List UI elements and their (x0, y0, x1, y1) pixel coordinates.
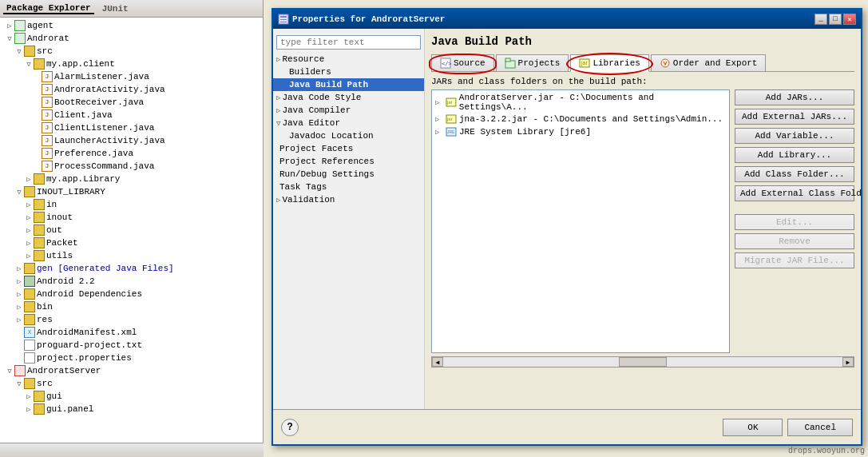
jar-item-jre[interactable]: ▷ JRE JRE System Library [jre6] (434, 125, 727, 138)
help-button[interactable]: ? (281, 419, 299, 436)
dialog-main: Java Build Path </> Source (425, 29, 861, 409)
scroll-track[interactable] (443, 357, 842, 367)
watermark: drops.wooyun.org (788, 447, 865, 455)
add-library-button[interactable]: Add Library... (735, 147, 854, 163)
tree-item-alarmlistener[interactable]: J AlarmListener.java (2, 70, 261, 83)
add-external-class-folder-button[interactable]: Add External Class Folder... (735, 185, 854, 201)
dialog-content: ▷Resource Builders Java Build Path ▷Java… (273, 29, 861, 409)
nav-item-java-build-path[interactable]: Java Build Path (273, 78, 424, 91)
tree-item-agent[interactable]: ▷ agent (2, 19, 261, 32)
tree-item-myappclient[interactable]: ▽ my.app.client (2, 58, 261, 70)
tab-package-explorer[interactable]: Package Explorer (3, 3, 94, 14)
tree-item-inout-library[interactable]: ▽ INOUT_LIBRARY (2, 185, 261, 198)
nav-item-java-compiler[interactable]: ▷Java Compiler (273, 104, 424, 117)
tree-item-androratserver[interactable]: ▽ AndroratServer (2, 364, 261, 377)
tree-item-in[interactable]: ▷ in (2, 198, 261, 211)
tree-item-androratactivity[interactable]: J AndroratActivity.java (2, 83, 261, 96)
scroll-right-button[interactable]: ▶ (842, 357, 854, 367)
remove-button[interactable]: Remove (735, 233, 854, 249)
svg-rect-2 (280, 19, 287, 20)
tree-item-gen[interactable]: ▷ gen [Generated Java Files] (2, 262, 261, 275)
jar-item-androratserver[interactable]: ▷ jar AndroratServer.jar - C:\Documents … (434, 92, 727, 113)
dialog-window-controls: _ □ ✕ (814, 14, 856, 25)
panel-header: Package Explorer JUnit (0, 0, 263, 18)
nav-filter-input[interactable] (276, 35, 421, 50)
add-class-folder-button[interactable]: Add Class Folder... (735, 166, 854, 182)
tree-item-androrat[interactable]: ▽ Androrat (2, 32, 261, 45)
nav-item-javadoc-location[interactable]: Javadoc Location (273, 129, 424, 142)
svg-rect-7 (505, 58, 510, 62)
jars-description: JARs and class folders on the build path… (431, 77, 854, 86)
dialog-title: Properties for AndroratServer (278, 14, 445, 25)
tree-item-launcheractivity[interactable]: J LauncherActivity.java (2, 134, 261, 147)
tree-item-client[interactable]: J Client.java (2, 109, 261, 121)
tab-libraries-label: Libraries (593, 58, 640, 68)
maximize-button[interactable]: □ (829, 14, 842, 25)
svg-rect-3 (280, 22, 287, 22)
tree-item-preference[interactable]: J Preference.java (2, 147, 261, 160)
main-title: Java Build Path (431, 35, 854, 48)
scroll-thumb[interactable] (619, 357, 667, 367)
add-jars-button[interactable]: Add JARs... (735, 89, 854, 105)
jar-list[interactable]: ▷ jar AndroratServer.jar - C:\Documents … (431, 89, 730, 353)
tab-libraries[interactable]: jar Libraries (570, 54, 648, 72)
jar-item-jna[interactable]: ▷ jar jna-3.2.2.jar - C:\Documents and S… (434, 113, 727, 125)
tree-item-processcommand[interactable]: J ProcessCommand.java (2, 160, 261, 173)
tree-item-androidmanifest[interactable]: X AndroidManifest.xml (2, 326, 261, 339)
nav-item-resource[interactable]: ▷Resource (273, 53, 424, 66)
nav-item-project-facets[interactable]: Project Facets (273, 142, 424, 155)
tree-item-guipanel[interactable]: ▷ gui.panel (2, 403, 261, 415)
migrate-jar-button[interactable]: Migrate JAR File... (735, 252, 854, 268)
nav-item-validation[interactable]: ▷Validation (273, 193, 424, 206)
nav-item-java-code-style[interactable]: ▷Java Code Style (273, 91, 424, 104)
dialog-nav: ▷Resource Builders Java Build Path ▷Java… (273, 29, 425, 409)
order-tab-icon (660, 58, 671, 69)
scroll-left-button[interactable]: ◀ (432, 357, 443, 367)
nav-item-builders[interactable]: Builders (273, 66, 424, 78)
nav-item-java-editor[interactable]: ▽Java Editor (273, 117, 424, 129)
tree-item-out[interactable]: ▷ out (2, 224, 261, 236)
jar-icon-2: jar (446, 113, 457, 125)
ok-button[interactable]: OK (723, 419, 783, 436)
minimize-button[interactable]: _ (814, 14, 827, 25)
tree-item-bin[interactable]: ▷ bin (2, 300, 261, 313)
tree-item-src1[interactable]: ▽ src (2, 45, 261, 58)
add-external-jars-button[interactable]: Add External JARs... (735, 109, 854, 125)
tree-item-clientlistener[interactable]: J ClientListener.java (2, 121, 261, 134)
tab-source-label: Source (454, 58, 486, 68)
libraries-tab-icon: jar (579, 58, 590, 69)
nav-item-run-debug[interactable]: Run/Debug Settings (273, 168, 424, 181)
properties-dialog: Properties for AndroratServer _ □ ✕ ▷Res… (271, 8, 862, 446)
tree-item-android22[interactable]: ▷ Android 2.2 (2, 275, 261, 288)
svg-text:jar: jar (581, 60, 588, 66)
jar-icon-1: jar (446, 97, 457, 108)
tree-item-utils[interactable]: ▷ utils (2, 249, 261, 262)
projects-tab-icon (505, 58, 516, 69)
tree-item-packet[interactable]: ▷ Packet (2, 236, 261, 249)
svg-text:jar: jar (446, 100, 453, 105)
tab-junit[interactable]: JUnit (99, 4, 132, 14)
edit-button[interactable]: Edit... (735, 214, 854, 230)
tree-item-myapplibrary[interactable]: ▷ my.app.Library (2, 173, 261, 185)
tab-source[interactable]: </> Source (431, 54, 494, 71)
tab-projects[interactable]: Projects (496, 54, 569, 71)
nav-item-task-tags[interactable]: Task Tags (273, 181, 424, 193)
tree-item-res[interactable]: ▷ res (2, 313, 261, 326)
tree-item-projectprops[interactable]: project.properties (2, 352, 261, 364)
cancel-button[interactable]: Cancel (787, 419, 853, 436)
tree-item-src2[interactable]: ▽ src (2, 377, 261, 390)
add-variable-button[interactable]: Add Variable... (735, 128, 854, 144)
horizontal-scrollbar[interactable]: ◀ ▶ (431, 356, 854, 368)
svg-rect-1 (280, 16, 287, 18)
close-button[interactable]: ✕ (843, 14, 856, 25)
svg-text:</>: </> (442, 61, 451, 67)
nav-item-project-references[interactable]: Project References (273, 155, 424, 168)
tree-item-androiddeps[interactable]: ▷ Android Dependencies (2, 288, 261, 300)
tree-item-inout[interactable]: ▷ inout (2, 211, 261, 224)
tree-item-gui[interactable]: ▷ gui (2, 390, 261, 403)
tab-order-export[interactable]: Order and Export (651, 54, 767, 71)
tree-item-bootreceiver[interactable]: J BootReceiver.java (2, 96, 261, 109)
eclipse-window: Package Explorer JUnit ▷ agent ▽ Androra… (0, 0, 868, 457)
tab-order-export-label: Order and Export (673, 58, 758, 68)
tree-item-proguard[interactable]: proguard-project.txt (2, 339, 261, 352)
